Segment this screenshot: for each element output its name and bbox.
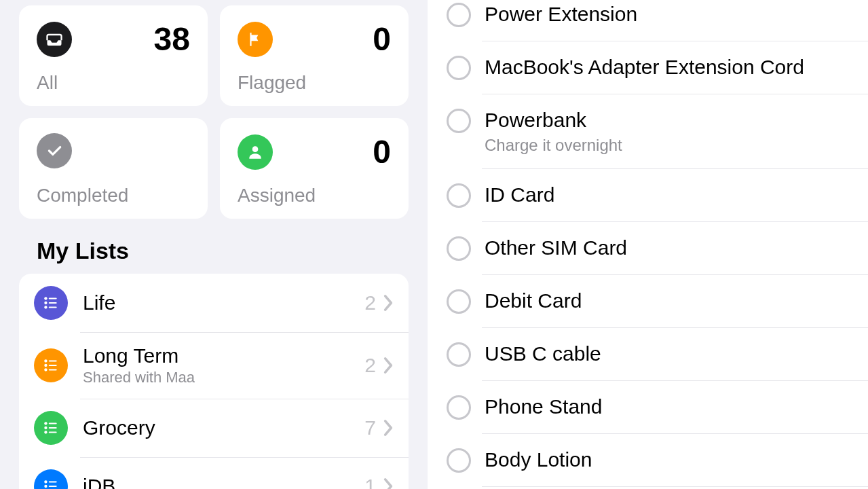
reminder-checkbox[interactable] [447,395,471,420]
list-life[interactable]: Life 2 [19,274,409,332]
svg-rect-10 [49,365,57,366]
reminder-row[interactable]: Other SIM Card [428,221,868,274]
reminder-row[interactable]: Debit Card [428,274,868,327]
person-icon [238,134,273,170]
list-grocery[interactable]: Grocery 7 [19,399,409,457]
svg-rect-4 [49,302,57,304]
svg-point-13 [44,422,47,424]
flag-icon [238,22,273,57]
reminder-title: Power Extension [485,1,637,27]
svg-point-5 [44,306,47,308]
list-text: Long Term Shared with Maa [83,344,364,386]
svg-point-17 [44,431,47,433]
reminder-title: Phone Stand [485,394,602,420]
svg-point-15 [44,427,47,429]
list-title: iDB [83,475,364,489]
list-text: Grocery [83,416,364,439]
reminder-title: USB C cable [485,341,601,367]
list-title: Grocery [83,416,364,439]
smartlist-completed[interactable]: Completed [19,118,208,219]
svg-rect-8 [49,360,57,361]
smartlist-all-label: All [37,72,190,94]
sidebar: 38 All 0 Flagged [0,0,428,489]
reminder-row[interactable]: Phone Stand [428,380,868,433]
svg-point-19 [44,480,47,483]
reminder-title: Debit Card [485,288,582,314]
svg-point-7 [44,359,47,362]
reminder-row[interactable]: Cotton Tshirts [428,486,868,490]
card-top: 0 [238,133,391,170]
chevron-right-icon [383,477,394,489]
svg-rect-2 [49,297,57,299]
reminder-row[interactable]: MacBook's Adapter Extension Cord [428,41,868,94]
svg-rect-14 [49,422,57,424]
svg-point-9 [44,364,47,367]
list-idb[interactable]: iDB 1 [19,457,409,489]
reminder-checkbox[interactable] [447,448,471,473]
list-icon [34,411,68,445]
reminder-checkbox[interactable] [447,342,471,367]
reminder-row[interactable]: Body Lotion [428,433,868,486]
reminder-title: Body Lotion [485,447,592,473]
card-top [37,133,190,168]
smartlist-assigned[interactable]: 0 Assigned [220,118,409,219]
list-text: Life [83,291,364,314]
smartlist-assigned-count: 0 [373,133,391,170]
reminder-row[interactable]: Powerbank Charge it overnight [428,94,868,168]
svg-point-11 [44,368,47,371]
reminder-text: MacBook's Adapter Extension Cord [485,54,804,80]
list-count: 2 [364,354,376,377]
card-top: 38 [37,20,190,58]
svg-rect-20 [49,481,57,482]
reminder-checkbox[interactable] [447,236,471,261]
chevron-right-icon [383,419,394,437]
svg-point-3 [44,302,47,304]
smartlist-all[interactable]: 38 All [19,5,208,106]
smartlist-completed-label: Completed [37,185,190,206]
svg-point-0 [252,146,259,152]
reminder-text: Power Extension [485,1,637,27]
chevron-right-icon [383,294,394,312]
svg-rect-16 [49,427,57,429]
reminder-checkbox[interactable] [447,3,471,27]
reminder-row[interactable]: USB C cable [428,327,868,380]
reminder-checkbox[interactable] [447,56,471,80]
reminder-row[interactable]: Power Extension [428,0,868,41]
list-title: Life [83,291,364,314]
my-lists-container: Life 2 Long Term Shared with Maa 2 [19,274,409,489]
reminder-text: ID Card [485,182,554,208]
list-text: iDB [83,475,364,489]
reminder-checkbox[interactable] [447,109,471,133]
smartlist-all-count: 38 [154,20,190,58]
smartlist-flagged-label: Flagged [238,72,391,94]
smartlist-flagged-count: 0 [373,20,391,58]
reminder-title: MacBook's Adapter Extension Cord [485,54,804,80]
reminder-checkbox[interactable] [447,183,471,208]
reminder-text: USB C cable [485,341,601,367]
smart-lists-grid: 38 All 0 Flagged [19,5,409,219]
reminder-title: ID Card [485,182,554,208]
my-lists-heading: My Lists [37,238,409,264]
svg-point-21 [44,485,47,488]
svg-point-1 [44,297,47,300]
card-top: 0 [238,20,391,58]
smartlist-flagged[interactable]: 0 Flagged [220,5,409,106]
chevron-right-icon [383,357,394,374]
reminder-text: Phone Stand [485,394,602,420]
reminder-title: Powerbank [485,107,622,133]
reminder-title: Other SIM Card [485,235,627,261]
list-icon [34,469,68,489]
list-long-term[interactable]: Long Term Shared with Maa 2 [19,332,409,399]
list-subtitle: Shared with Maa [83,369,364,386]
reminder-note: Charge it overnight [485,136,622,155]
reminder-text: Other SIM Card [485,235,627,261]
reminder-row[interactable]: ID Card [428,168,868,221]
list-count: 2 [364,291,376,314]
list-count: 1 [364,475,376,489]
reminder-text: Body Lotion [485,447,592,473]
reminder-checkbox[interactable] [447,289,471,314]
app-root: 38 All 0 Flagged [0,0,868,489]
list-title: Long Term [83,344,364,367]
svg-rect-22 [49,486,57,487]
smartlist-assigned-label: Assigned [238,185,391,206]
